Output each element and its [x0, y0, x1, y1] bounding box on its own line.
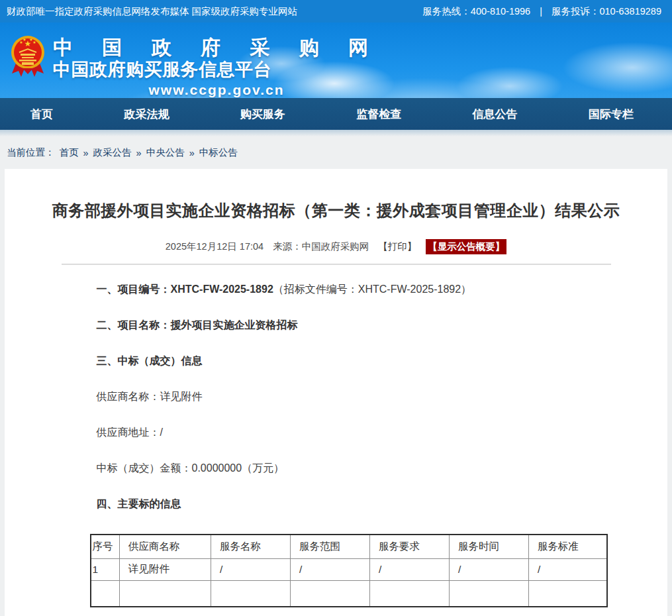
site-slogan: 财政部唯一指定政府采购信息网络发布媒体 国家级政府采购专业网站 — [7, 5, 297, 18]
paragraph-main-subject-heading: 四、主要标的信息 — [62, 486, 611, 522]
table-row: 1 详见附件 / / / / / — [91, 558, 607, 580]
article-container: 商务部援外项目实施企业资格招标（第一类：援外成套项目管理企业）结果公示 2025… — [5, 169, 667, 616]
table-cell — [529, 580, 607, 607]
paragraph-project-number: 一、项目编号：XHTC-FW-2025-1892（招标文件编号：XHTC-FW-… — [62, 272, 611, 307]
table-header-row: 序号 供应商名称 服务名称 服务范围 服务要求 服务时间 服务标准 — [91, 535, 607, 558]
paragraph-bold-text: 四、主要标的信息 — [97, 498, 181, 509]
table-header-service-standard: 服务标准 — [529, 535, 607, 558]
table-header-service-requirements: 服务要求 — [370, 535, 450, 558]
paragraph-bold-text: 二、项目名称：援外项目实施企业资格招标 — [97, 319, 298, 331]
site-url: www.ccgp.gov.cn — [53, 82, 380, 98]
table-header-supplier-name: 供应商名称 — [120, 535, 211, 558]
service-complaints: 服务投诉：010-63819289 — [552, 5, 661, 18]
table-cell: / — [529, 558, 607, 580]
table-header-service-time: 服务时间 — [450, 535, 529, 558]
table-cell — [211, 580, 291, 607]
contact-divider: | — [540, 6, 542, 17]
svg-text:★: ★ — [32, 40, 36, 44]
paragraph-project-name: 二、项目名称：援外项目实施企业资格招标 — [62, 307, 611, 343]
site-header: ★ ★ ★ ★ ★ 中 国 政 府 采 购 网 中国政府购买服务信息平台 www… — [0, 23, 672, 98]
nav-item-international[interactable]: 国际专栏 — [589, 107, 634, 122]
top-utility-bar: 财政部唯一指定政府采购信息网络发布媒体 国家级政府采购专业网站 服务热线：400… — [0, 0, 672, 23]
nav-item-supervision[interactable]: 监督检查 — [356, 107, 401, 122]
paragraph-normal-text: （招标文件编号：XHTC-FW-2025-1892） — [273, 283, 471, 295]
site-logo[interactable]: ★ ★ ★ ★ ★ 中 国 政 府 采 购 网 中国政府购买服务信息平台 www… — [11, 34, 380, 98]
nav-item-announcements[interactable]: 信息公告 — [473, 107, 518, 122]
table-cell — [370, 580, 450, 607]
nav-bottom-fade — [0, 130, 672, 136]
service-contacts: 服务热线：400-810-1996 | 服务投诉：010-63819289 — [422, 5, 661, 18]
site-wordmark: 中 国 政 府 采 购 网 中国政府购买服务信息平台 www.ccgp.gov.… — [53, 38, 380, 98]
nav-item-regulations[interactable]: 政采法规 — [124, 107, 169, 122]
paragraph-award-amount: 中标（成交）金额：0.0000000（万元） — [62, 450, 611, 486]
table-cell: / — [370, 558, 450, 580]
main-navigation: 首页 政采法规 购买服务 监督检查 信息公告 国际专栏 — [0, 98, 672, 130]
nav-item-home[interactable]: 首页 — [30, 107, 53, 122]
breadcrumb-item-central-notices[interactable]: 中央公告 — [146, 146, 185, 159]
breadcrumb-item-home[interactable]: 首页 — [60, 146, 79, 159]
paragraph-normal-text: 中标（成交）金额：0.0000000（万元） — [97, 462, 285, 474]
national-emblem-icon: ★ ★ ★ ★ ★ — [11, 34, 45, 81]
breadcrumb: 当前位置： 首页 » 政采公告 » 中央公告 » 中标公告 — [0, 136, 672, 169]
svg-text:★: ★ — [23, 38, 26, 42]
table-row — [91, 580, 607, 607]
nav-item-purchase-services[interactable]: 购买服务 — [240, 107, 285, 122]
breadcrumb-separator: » — [83, 148, 89, 158]
table-cell: / — [291, 558, 370, 580]
service-hotline: 服务热线：400-810-1996 — [422, 5, 530, 18]
table-cell — [291, 580, 370, 607]
paragraph-award-info-heading: 三、中标（成交）信息 — [62, 343, 611, 379]
table-cell — [120, 580, 211, 607]
breadcrumb-separator: » — [189, 148, 195, 158]
main-subject-table: 序号 供应商名称 服务名称 服务范围 服务要求 服务时间 服务标准 1 详见附件… — [90, 534, 608, 607]
table-cell: / — [211, 558, 291, 580]
article-body: 一、项目编号：XHTC-FW-2025-1892（招标文件编号：XHTC-FW-… — [62, 265, 611, 607]
article-meta: 2025年12月12日 17:04 来源：中国政府采购网 【打印】 【显示公告概… — [5, 239, 667, 254]
paragraph-normal-text: 供应商名称：详见附件 — [97, 391, 203, 402]
paragraph-supplier-name: 供应商名称：详见附件 — [62, 379, 611, 415]
table-header-service-name: 服务名称 — [211, 535, 291, 558]
table-header-serial: 序号 — [91, 535, 120, 558]
table-header-service-scope: 服务范围 — [291, 535, 370, 558]
page-title: 商务部援外项目实施企业资格招标（第一类：援外成套项目管理企业）结果公示 — [5, 169, 667, 222]
table-cell — [450, 580, 529, 607]
article-source: 来源：中国政府采购网 — [273, 241, 369, 252]
table-cell — [91, 580, 120, 607]
paragraph-bold-text: 一、项目编号：XHTC-FW-2025-1892 — [97, 283, 273, 295]
site-subtitle: 中国政府购买服务信息平台 — [53, 61, 380, 79]
site-name: 中 国 政 府 采 购 网 — [53, 38, 380, 58]
breadcrumb-label: 当前位置： — [7, 146, 55, 159]
publish-datetime: 2025年12月12日 17:04 — [166, 241, 264, 252]
paragraph-supplier-address: 供应商地址：/ — [62, 415, 611, 450]
paragraph-bold-text: 三、中标（成交）信息 — [97, 355, 203, 366]
paragraph-normal-text: 供应商地址：/ — [97, 427, 163, 438]
breadcrumb-item-procurement-notices[interactable]: 政采公告 — [93, 146, 132, 159]
print-button[interactable]: 【打印】 — [378, 241, 416, 252]
table-cell: / — [450, 558, 529, 580]
table-cell: 1 — [91, 558, 120, 580]
breadcrumb-separator: » — [136, 148, 142, 158]
breadcrumb-item-award-notices[interactable]: 中标公告 — [199, 146, 238, 159]
table-cell: 详见附件 — [120, 558, 211, 580]
show-summary-button[interactable]: 【显示公告概要】 — [426, 239, 506, 254]
